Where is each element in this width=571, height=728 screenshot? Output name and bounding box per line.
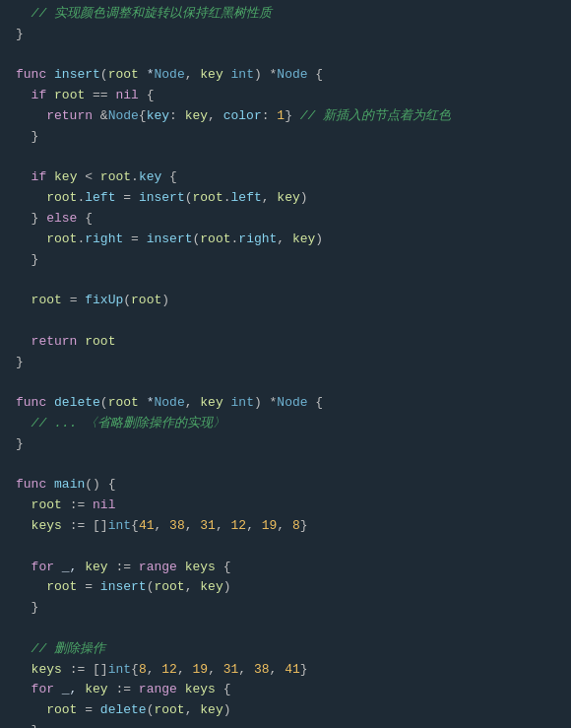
code-line: return &Node{key: key, color: 1} // 新插入的… <box>0 106 571 127</box>
code-line <box>0 619 571 639</box>
code-token: root <box>154 702 184 717</box>
code-token <box>16 169 32 184</box>
code-token: , <box>216 518 231 533</box>
code-token: else <box>46 211 77 226</box>
code-token: { <box>139 88 155 102</box>
code-line: return root <box>0 332 571 353</box>
code-token: 19 <box>262 518 278 533</box>
code-line: root := nil <box>0 496 571 516</box>
code-editor: // 实现颜色调整和旋转以保持红黑树性质} func insert(root *… <box>0 0 571 728</box>
code-token: key <box>200 67 222 82</box>
code-token: 8 <box>292 518 300 533</box>
code-token: _, <box>54 560 85 574</box>
code-token <box>16 641 32 656</box>
code-token: } <box>16 600 38 615</box>
code-token: ) * <box>254 67 277 82</box>
code-token: delete <box>54 395 100 410</box>
code-token: . <box>131 169 139 184</box>
code-token: key <box>292 232 315 246</box>
code-token: := <box>62 662 93 677</box>
code-line: } <box>0 721 571 728</box>
code-token: ) <box>223 579 231 594</box>
code-token: 38 <box>169 518 185 533</box>
code-token: for <box>32 560 54 574</box>
code-token: key <box>200 395 222 410</box>
code-token: [] <box>93 518 108 533</box>
code-token: := <box>62 497 93 512</box>
code-line <box>0 45 571 66</box>
code-token <box>16 682 32 696</box>
code-token <box>46 88 54 102</box>
code-token: & <box>93 108 108 123</box>
code-token: 12 <box>161 662 177 677</box>
code-token: Node <box>277 395 307 410</box>
code-token: = <box>62 293 85 307</box>
code-line: } <box>0 353 571 373</box>
code-line: // ... 〈省略删除操作的实现〉 <box>0 414 571 434</box>
code-token: if <box>32 169 47 184</box>
code-token: 41 <box>139 518 155 533</box>
code-line: root.left = insert(root.left, key) <box>0 188 571 209</box>
code-token: = <box>77 579 99 594</box>
code-token: key <box>139 169 161 184</box>
code-token: return <box>46 108 93 123</box>
code-token: keys <box>185 682 216 696</box>
code-token: keys <box>185 560 216 574</box>
code-token: , <box>208 662 223 677</box>
code-token: { <box>131 518 139 533</box>
code-token: keys <box>32 662 62 677</box>
code-token: [] <box>93 662 108 677</box>
code-token: Node <box>108 108 139 123</box>
code-token: } <box>16 252 38 267</box>
code-token <box>223 395 231 410</box>
code-line: // 实现颜色调整和旋转以保持红黑树性质 <box>0 4 571 25</box>
code-token: , <box>185 579 201 594</box>
code-token: root <box>46 232 77 246</box>
code-token: fixUp <box>85 293 123 307</box>
code-token: root <box>85 334 115 349</box>
code-token: } <box>300 518 308 533</box>
code-token <box>46 67 54 82</box>
code-token: key <box>200 702 222 717</box>
code-token <box>16 662 32 677</box>
code-token <box>16 190 46 205</box>
code-token: root <box>154 579 184 594</box>
code-token: 31 <box>200 518 216 533</box>
code-token: key <box>185 108 208 123</box>
code-token <box>177 682 185 696</box>
code-token: ) <box>315 232 323 246</box>
code-token: int <box>231 395 254 410</box>
code-token: , <box>185 518 201 533</box>
code-line: } <box>0 25 571 45</box>
code-token: , <box>185 395 201 410</box>
code-line: } <box>0 598 571 619</box>
code-line: root.right = insert(root.right, key) <box>0 230 571 250</box>
code-token: { <box>139 108 147 123</box>
code-token: := <box>108 560 139 574</box>
code-line: // 删除操作 <box>0 639 571 660</box>
code-token: root <box>131 293 161 307</box>
code-token: } <box>16 436 24 451</box>
code-token: , <box>185 702 201 717</box>
code-line: for _, key := range keys { <box>0 558 571 578</box>
code-token: // ... 〈省略删除操作的实现〉 <box>32 416 226 430</box>
code-token: } <box>16 211 46 226</box>
code-token <box>177 560 185 574</box>
code-token: func <box>16 395 46 410</box>
code-token: ( <box>123 293 131 307</box>
code-token: root <box>46 579 77 594</box>
code-token: nil <box>93 497 115 512</box>
code-token: int <box>231 67 254 82</box>
code-token: 19 <box>193 662 209 677</box>
code-token: } <box>16 129 38 144</box>
code-token: { <box>216 682 231 696</box>
code-token: // 新插入的节点着为红色 <box>300 108 451 123</box>
code-token: ) <box>161 293 169 307</box>
code-token: } <box>16 355 24 369</box>
code-token: range <box>139 560 177 574</box>
code-token: root <box>200 232 230 246</box>
code-token: range <box>139 682 177 696</box>
code-token: < <box>77 169 99 184</box>
code-token: int <box>108 662 131 677</box>
code-token: { <box>131 662 139 677</box>
